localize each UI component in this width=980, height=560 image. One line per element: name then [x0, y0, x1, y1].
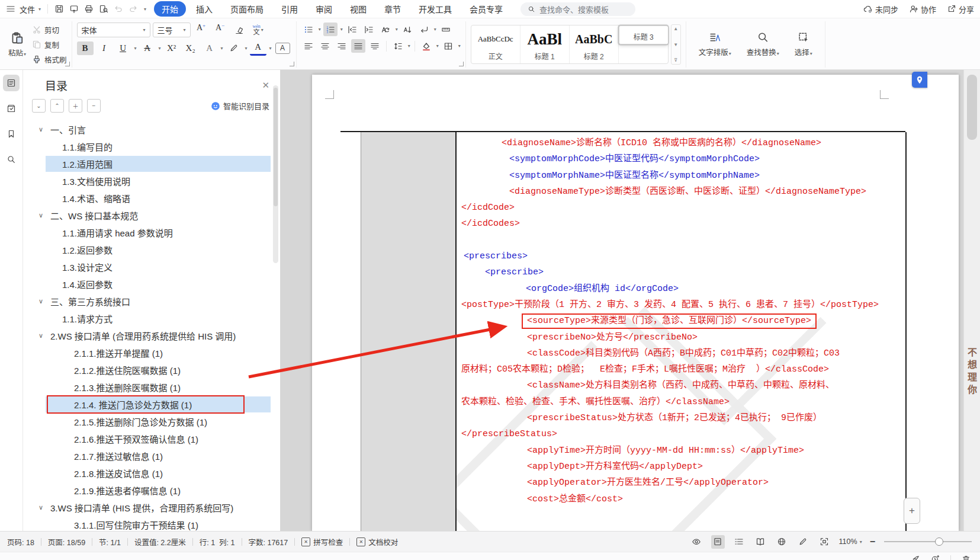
command-search[interactable]: 查找命令、搜索模板 — [520, 2, 635, 16]
status-item[interactable]: 字数: 17617 — [249, 536, 288, 548]
expand-all-button[interactable]: ⌄ — [32, 99, 46, 113]
copy-button[interactable]: 复制 — [32, 39, 67, 50]
bookmark-panel-tab[interactable] — [3, 126, 20, 142]
increase-indent-button[interactable] — [362, 23, 376, 36]
toc-item[interactable]: 2.1.9.推送患者停嘱信息 (1) — [23, 482, 280, 499]
proofread-button[interactable]: ✕文档校对 — [356, 536, 398, 548]
toc-item[interactable]: 1.4.返回参数 — [23, 276, 280, 293]
page-view-button[interactable] — [711, 535, 725, 549]
character-border-button[interactable]: A — [275, 43, 290, 54]
save-icon[interactable] — [54, 4, 64, 14]
status-item[interactable]: 设置值: 2.2厘米 — [134, 536, 186, 548]
toc-item[interactable]: 2.1.7.推送过敏信息 (1) — [23, 447, 280, 465]
toc-item[interactable]: ∨一、引言 — [23, 121, 280, 138]
toc-scrollbar[interactable] — [273, 85, 278, 263]
format-painter-button[interactable]: 格式刷 — [32, 53, 67, 65]
distribute-button[interactable] — [368, 39, 382, 53]
toc-item[interactable]: 1.1.编写目的 — [23, 138, 280, 155]
sync-status[interactable]: 未同步 — [863, 4, 898, 15]
toc-item[interactable]: ∨三、第三方系统接口 — [23, 293, 280, 310]
toc-item[interactable]: 1.1.通用请求 head 参数说明 — [23, 224, 280, 241]
toc-item[interactable]: 1.2.返回参数 — [23, 241, 280, 258]
numbered-list-button[interactable]: 123 — [323, 23, 338, 36]
highlight-button[interactable] — [226, 41, 242, 55]
toc-item[interactable]: 2.1.6.推送干预双签确认信息 (1) — [23, 430, 280, 447]
align-right-button[interactable] — [335, 39, 349, 53]
tab-章节[interactable]: 章节 — [377, 1, 409, 17]
toc-item[interactable]: 2.1.1.推送开单提醒 (1) — [23, 344, 280, 361]
toc-item[interactable]: ∨二、WS 接口基本规范 — [23, 207, 280, 224]
increase-font-button[interactable]: A+ — [193, 23, 210, 37]
share-button[interactable]: 分享 — [947, 4, 974, 15]
locate-pin-button[interactable] — [912, 72, 927, 88]
new-page-button[interactable]: + — [904, 498, 920, 524]
tab-开发工具[interactable]: 开发工具 — [411, 1, 460, 17]
strikethrough-button[interactable]: A — [139, 41, 156, 55]
toc-item[interactable]: 1.3.设计定义 — [23, 258, 280, 276]
toc-collapse-icon[interactable]: ∨ — [38, 212, 43, 219]
tab-会员专享[interactable]: 会员专享 — [462, 1, 510, 17]
scrollbar-thumb[interactable] — [967, 75, 977, 140]
bullet-list-button[interactable] — [301, 23, 316, 36]
customize-toolbar-icon[interactable]: ▾ — [144, 7, 146, 12]
undo-icon[interactable] — [114, 4, 123, 14]
search-panel-tab[interactable] — [3, 151, 20, 168]
ink-button[interactable] — [796, 535, 810, 549]
text-effects-button[interactable]: A — [201, 41, 218, 55]
toc-item[interactable]: ∨2.WS 接口清单 (合理用药系统提供给 HIS 调用) — [23, 327, 280, 344]
toc-item[interactable]: 1.4.术语、缩略语 — [23, 190, 280, 207]
status-item[interactable]: 节: 1/1 — [99, 536, 121, 548]
paste-button[interactable]: 粘贴▾ — [6, 23, 28, 66]
style-card-标题 1[interactable]: AaBl标题 1 — [520, 25, 570, 63]
toc-item[interactable]: 1.3.文档使用说明 — [23, 172, 280, 190]
style-card-标题 3[interactable]: AaBbC标题 3 — [619, 25, 668, 44]
align-left-button[interactable] — [301, 39, 316, 53]
collaborate-button[interactable]: 协作 — [909, 4, 936, 15]
wrap-mark-button[interactable] — [417, 23, 431, 36]
toc-item[interactable]: 2.1.5.推送删除门急诊处方数据 (1) — [23, 413, 280, 430]
close-icon[interactable]: ✕ — [262, 80, 269, 91]
zoom-slider[interactable] — [884, 541, 972, 542]
toc-item[interactable]: 2.1.4. 推送门急诊处方数据 (1) — [23, 396, 280, 413]
decrease-font-button[interactable]: A− — [212, 23, 229, 37]
print-preview-icon[interactable] — [99, 4, 108, 14]
tab-stop-button[interactable] — [439, 23, 453, 36]
line-spacing-button[interactable] — [391, 39, 405, 53]
superscript-button[interactable]: X² — [163, 41, 180, 55]
collapse-all-button[interactable]: ⌃ — [50, 99, 64, 113]
select-button[interactable]: 选择▾ — [787, 23, 820, 66]
gallery-more-icon[interactable]: ⊽ — [674, 57, 677, 63]
toc-item[interactable]: ∨3.WS 接口清单 (HIS 提供，合理用药系统回写) — [23, 499, 280, 516]
toc-item[interactable]: 1.1.请求方式 — [23, 310, 280, 327]
subscript-button[interactable]: X₂ — [182, 41, 199, 55]
tab-视图[interactable]: 视图 — [342, 1, 374, 17]
dialog-launcher[interactable] — [290, 62, 294, 66]
fit-page-button[interactable] — [818, 535, 831, 549]
toc-panel-tab[interactable] — [3, 75, 20, 91]
eye-protect-button[interactable] — [690, 535, 703, 549]
text-layout-button[interactable]: 文字排版▾ — [691, 23, 739, 66]
cut-button[interactable]: 剪切 — [32, 24, 67, 36]
export-icon[interactable] — [69, 4, 79, 14]
toc-item[interactable]: 2.1.8.推送皮试信息 (1) — [23, 465, 280, 482]
gallery-up-icon[interactable]: ▲ — [673, 26, 678, 31]
gallery-down-icon[interactable]: ▼ — [673, 42, 678, 47]
toc-collapse-icon[interactable]: ∨ — [38, 126, 43, 133]
expand-level-button[interactable]: ＋ — [69, 99, 82, 113]
italic-button[interactable]: I — [96, 41, 113, 55]
print-icon[interactable] — [84, 4, 94, 14]
spell-check-button[interactable]: ✕拼写检查 — [301, 536, 343, 548]
outline-view-button[interactable] — [732, 535, 746, 549]
decrease-indent-button[interactable] — [345, 23, 359, 36]
toc-collapse-icon[interactable]: ∨ — [38, 332, 43, 340]
status-item[interactable]: 页码: 18 — [7, 536, 34, 548]
find-replace-button[interactable]: 查找替换▾ — [739, 23, 787, 66]
toc-collapse-icon[interactable]: ∨ — [38, 297, 43, 305]
redo-icon[interactable] — [128, 4, 138, 14]
shading-button[interactable] — [419, 39, 433, 53]
change-case-button[interactable] — [378, 23, 393, 36]
vertical-scrollbar[interactable] — [963, 70, 980, 531]
tab-开始[interactable]: 开始 — [154, 1, 186, 17]
toc-collapse-icon[interactable]: ∨ — [38, 504, 43, 511]
web-view-button[interactable] — [775, 535, 789, 549]
